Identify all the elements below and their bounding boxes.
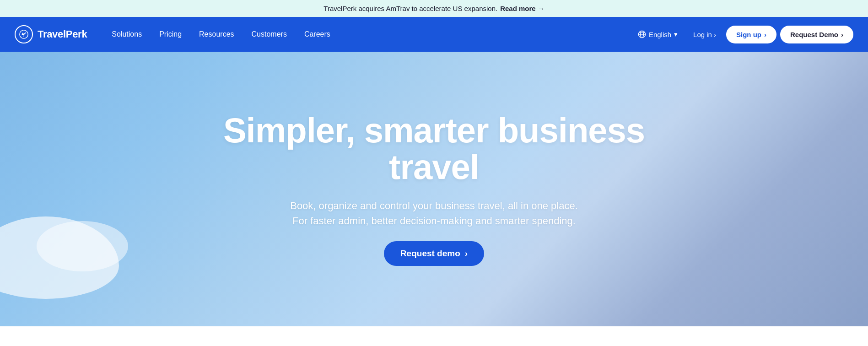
airplane-icon	[19, 29, 29, 39]
language-label: English	[649, 31, 671, 38]
hero-title: Simpler, smarter business travel	[201, 112, 668, 185]
language-selector[interactable]: English ▾	[632, 27, 683, 42]
hero-cta-button[interactable]: Request demo ›	[384, 241, 484, 266]
nav-link-solutions[interactable]: Solutions	[103, 27, 150, 42]
globe-icon	[638, 30, 646, 38]
navbar: TravelPerk Solutions Pricing Resources C…	[0, 17, 868, 52]
logo[interactable]: TravelPerk	[15, 25, 87, 43]
nav-link-resources[interactable]: Resources	[191, 27, 242, 42]
svg-point-1	[23, 36, 24, 37]
nav-link-pricing[interactable]: Pricing	[151, 27, 190, 42]
announcement-cta[interactable]: Read more →	[500, 5, 545, 12]
hero-section: Simpler, smarter business travel Book, o…	[0, 52, 868, 326]
login-arrow-icon: ›	[714, 31, 716, 38]
cloud-decoration-2	[37, 221, 128, 271]
hero-subtitle: Book, organize and control your business…	[290, 198, 578, 228]
request-demo-arrow-icon: ›	[841, 31, 843, 38]
language-chevron-icon: ▾	[674, 30, 678, 38]
login-button[interactable]: Log in ›	[687, 27, 722, 42]
signup-arrow-icon: ›	[764, 31, 766, 38]
hero-cta-arrow-icon: ›	[465, 249, 468, 259]
logo-text: TravelPerk	[38, 28, 87, 40]
hero-content: Simpler, smarter business travel Book, o…	[183, 112, 686, 266]
announcement-bar: TravelPerk acquires AmTrav to accelerate…	[0, 0, 868, 17]
signup-button[interactable]: Sign up ›	[726, 26, 776, 43]
nav-right: English ▾ Log in › Sign up › Request Dem…	[632, 26, 853, 43]
logo-icon	[15, 25, 33, 43]
nav-links: Solutions Pricing Resources Customers Ca…	[103, 27, 632, 42]
nav-link-careers[interactable]: Careers	[296, 27, 339, 42]
nav-link-customers[interactable]: Customers	[243, 27, 295, 42]
request-demo-button[interactable]: Request Demo ›	[780, 26, 853, 43]
announcement-text: TravelPerk acquires AmTrav to accelerate…	[323, 5, 497, 12]
